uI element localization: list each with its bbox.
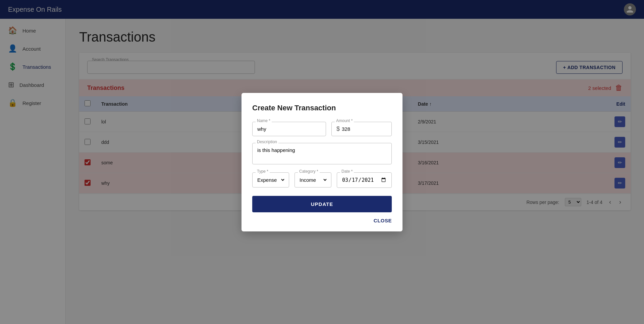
- type-select-wrapper: Expense Income: [252, 172, 289, 187]
- category-select[interactable]: Income Expense Entertainment Finance Hom…: [298, 173, 328, 187]
- type-select[interactable]: Expense Income: [256, 173, 285, 187]
- modal-overlay[interactable]: Create New Transaction Name * Amount * $…: [0, 0, 644, 324]
- name-group: Name *: [252, 122, 326, 136]
- form-row-type-cat-date: Type * Expense Income Category * Income …: [252, 172, 392, 188]
- amount-label: Amount *: [335, 118, 354, 123]
- modal-title: Create New Transaction: [252, 104, 392, 112]
- amount-prefix: $: [336, 125, 340, 132]
- amount-wrapper: $: [331, 122, 392, 136]
- description-group: Description is this happening: [252, 143, 392, 166]
- category-group: Category * Income Expense Entertainment …: [294, 172, 331, 188]
- description-input[interactable]: is this happening: [252, 143, 392, 164]
- date-input[interactable]: [337, 172, 392, 188]
- modal-footer: CLOSE: [252, 218, 392, 223]
- category-select-wrapper: Income Expense Entertainment Finance Hom…: [294, 172, 331, 187]
- name-label: Name *: [256, 118, 272, 123]
- description-label: Description: [256, 140, 278, 144]
- form-row-name-amount: Name * Amount * $: [252, 122, 392, 136]
- type-group: Type * Expense Income: [252, 172, 289, 188]
- update-button[interactable]: UPDATE: [252, 196, 392, 212]
- name-input[interactable]: [252, 122, 326, 136]
- type-label: Type *: [256, 169, 270, 174]
- amount-group: Amount * $: [331, 122, 392, 136]
- close-button[interactable]: CLOSE: [374, 218, 392, 223]
- date-label: Date *: [340, 169, 354, 174]
- date-group: Date *: [337, 172, 392, 188]
- category-label: Category *: [298, 169, 320, 174]
- modal: Create New Transaction Name * Amount * $…: [241, 93, 402, 231]
- amount-input[interactable]: [342, 122, 387, 136]
